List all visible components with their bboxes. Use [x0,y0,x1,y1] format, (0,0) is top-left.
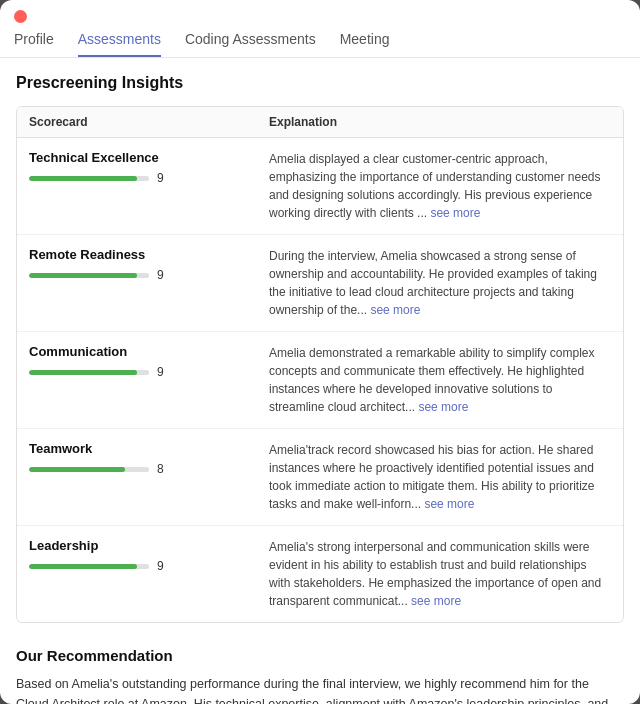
score-label-4: Leadership [29,538,269,553]
tab-meeting[interactable]: Meeting [340,31,390,57]
score-label-3: Teamwork [29,441,269,456]
see-more-link-3[interactable]: see more [424,497,474,511]
score-bar-wrap-4: 9 [29,559,269,573]
explanation-cell-2: Amelia demonstrated a remarkable ability… [269,344,611,416]
see-more-link-4[interactable]: see more [411,594,461,608]
table-row: Teamwork 8 Amelia'track record showcased… [17,429,623,526]
app-window: ✕ Profile Assessments Coding Assessments… [0,0,640,704]
table-row: Leadership 9 Amelia's strong interperson… [17,526,623,622]
score-cell-2: Communication 9 [29,344,269,379]
score-number-3: 8 [157,462,164,476]
score-bar-wrap-1: 9 [29,268,269,282]
prescreening-title: Prescreening Insights [16,74,624,92]
table-row: Communication 9 Amelia demonstrated a re… [17,332,623,429]
header-scorecard: Scorecard [29,115,269,129]
recommendation-section: Our Recommendation Based on Amelia's out… [16,647,624,704]
score-number-1: 9 [157,268,164,282]
score-cell-4: Leadership 9 [29,538,269,573]
title-bar: ✕ [0,0,640,23]
score-bar-wrap-2: 9 [29,365,269,379]
see-more-link-1[interactable]: see more [370,303,420,317]
scorecard-table: Scorecard Explanation Technical Excellen… [16,106,624,623]
navigation-bar: Profile Assessments Coding Assessments M… [0,23,640,58]
main-content: Prescreening Insights Scorecard Explanat… [0,58,640,704]
tab-coding-assessments[interactable]: Coding Assessments [185,31,316,57]
score-bar-fill-1 [29,273,137,278]
score-bar-wrap-3: 8 [29,462,269,476]
see-more-link-0[interactable]: see more [430,206,480,220]
tab-profile[interactable]: Profile [14,31,54,57]
explanation-cell-4: Amelia's strong interpersonal and commun… [269,538,611,610]
explanation-cell-0: Amelia displayed a clear customer-centri… [269,150,611,222]
close-button[interactable]: ✕ [14,10,27,23]
score-bar-wrap-0: 9 [29,171,269,185]
see-more-link-2[interactable]: see more [418,400,468,414]
header-explanation: Explanation [269,115,611,129]
score-label-0: Technical Excellence [29,150,269,165]
score-label-2: Communication [29,344,269,359]
score-bar-bg-4 [29,564,149,569]
score-bar-fill-4 [29,564,137,569]
score-number-4: 9 [157,559,164,573]
score-bar-bg-1 [29,273,149,278]
score-cell-0: Technical Excellence 9 [29,150,269,185]
score-cell-3: Teamwork 8 [29,441,269,476]
recommendation-title: Our Recommendation [16,647,624,664]
tab-assessments[interactable]: Assessments [78,31,161,57]
score-bar-bg-2 [29,370,149,375]
score-bar-fill-2 [29,370,137,375]
table-row: Technical Excellence 9 Amelia displayed … [17,138,623,235]
table-header: Scorecard Explanation [17,107,623,138]
score-bar-bg-3 [29,467,149,472]
score-number-2: 9 [157,365,164,379]
score-bar-fill-0 [29,176,137,181]
explanation-cell-1: During the interview, Amelia showcased a… [269,247,611,319]
score-label-1: Remote Readiness [29,247,269,262]
score-number-0: 9 [157,171,164,185]
explanation-cell-3: Amelia'track record showcased his bias f… [269,441,611,513]
score-bar-bg-0 [29,176,149,181]
score-bar-fill-3 [29,467,125,472]
score-cell-1: Remote Readiness 9 [29,247,269,282]
table-row: Remote Readiness 9 During the interview,… [17,235,623,332]
recommendation-paragraph-0: Based on Amelia's outstanding performanc… [16,674,624,704]
